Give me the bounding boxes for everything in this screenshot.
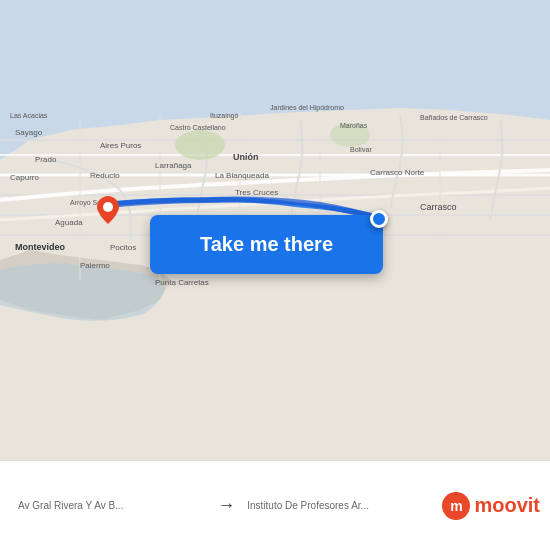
svg-point-41 [103, 202, 113, 212]
destination-marker [370, 210, 388, 228]
origin-marker [97, 196, 119, 224]
moovit-logo-text: moovit [474, 494, 540, 517]
origin-label: Av Gral Rivera Y Av B... [18, 500, 205, 511]
origin-section: Av Gral Rivera Y Av B... [10, 500, 213, 511]
map-container: Sayago Aires Puros Prado Capurro Reducto… [0, 0, 550, 460]
arrow-icon: → [213, 495, 239, 516]
bottom-bar: Av Gral Rivera Y Av B... → Instituto De … [0, 460, 550, 550]
moovit-logo: m moovit [442, 492, 540, 520]
take-me-there-button[interactable]: Take me there [150, 215, 383, 274]
destination-label: Instituto De Profesores Ar... [247, 500, 434, 511]
destination-section: Instituto De Profesores Ar... [239, 500, 442, 511]
moovit-icon: m [442, 492, 470, 520]
